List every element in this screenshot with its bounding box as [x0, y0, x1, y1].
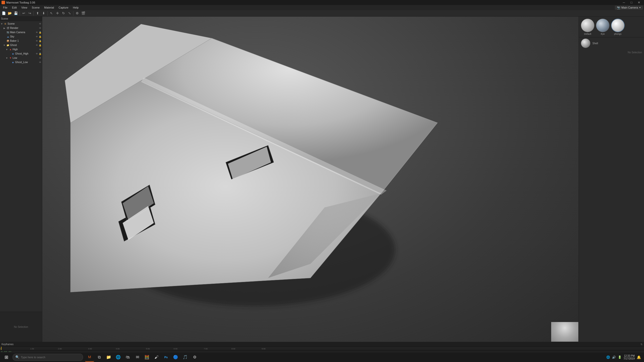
settings-button[interactable]: ⚙ [74, 11, 80, 16]
menu-scene[interactable]: Scene [30, 6, 42, 10]
camera-icon: 📷 [6, 31, 10, 34]
material-default[interactable]: Default [581, 19, 594, 35]
start-button[interactable]: ⊞ [0, 352, 13, 362]
taskbar-app-marmoset[interactable]: M [85, 353, 94, 362]
tree-item-ghost-high[interactable]: ◆ Ghost_High 👁 🔒 [0, 52, 42, 56]
visibility-icon[interactable]: 👁 [35, 44, 38, 47]
lock-icon[interactable]: 🔒 [38, 35, 42, 38]
playhead[interactable] [1, 347, 2, 350]
visibility-icon[interactable]: 👁 [38, 22, 42, 25]
menu-view[interactable]: View [19, 6, 29, 10]
taskbar-app-settings[interactable]: ⚙ [190, 353, 199, 362]
expand-icon [8, 53, 11, 55]
camera-selector[interactable]: 📷 Main Camera ▼ [615, 6, 643, 10]
taskbar-app-explorer[interactable]: 📁 [104, 353, 113, 362]
rotate-button[interactable]: ↻ [61, 11, 66, 16]
ruler-mark-600: 6:00 [174, 348, 178, 350]
sphere-shell[interactable] [581, 38, 590, 48]
lock-icon[interactable]: 🔒 [38, 44, 42, 47]
notification-icon[interactable]: 🔔 [637, 355, 641, 359]
visibility-icon[interactable]: 👁 [38, 48, 42, 51]
tree-item-ghost-low[interactable]: ◆ Ghost_Low 👁 [0, 60, 42, 64]
minimize-button[interactable]: ─ [620, 0, 627, 5]
search-input[interactable] [21, 356, 80, 359]
visibility-icon[interactable]: 👁 [38, 61, 42, 64]
expand-icon: ▼ [6, 57, 8, 59]
visibility-icon[interactable]: 👁 [38, 57, 42, 60]
tree-item-render[interactable]: ▶ 🎬 Render 👁 [0, 26, 42, 30]
save-button[interactable]: 💾 [13, 11, 19, 16]
battery-icon[interactable]: 🔋 [618, 355, 622, 359]
lock-icon[interactable]: 🔒 [38, 31, 42, 34]
volume-icon[interactable]: 🔊 [612, 355, 616, 359]
material-phong[interactable]: phong1 [611, 19, 625, 35]
separator-4 [73, 11, 73, 16]
render-button[interactable]: 🎬 [80, 11, 86, 16]
sphere-eye[interactable] [596, 19, 610, 32]
redo-button[interactable]: ↪ [27, 11, 32, 16]
undo-button[interactable]: ↩ [21, 11, 26, 16]
scale-button[interactable]: ⤡ [67, 11, 72, 16]
menu-edit[interactable]: Edit [10, 6, 19, 10]
viewport[interactable] [42, 17, 579, 342]
timeline-header: Keyframes ⇅ [0, 342, 644, 347]
taskbar: ⊞ 🔍 M ⧉ 📁 🌐 🛍 ✉ 🧮 🖌 Ps [0, 352, 644, 362]
taskbar-app-store[interactable]: 🛍 [123, 353, 132, 362]
visibility-icon[interactable]: 👁 [35, 31, 38, 34]
taskbar-app-mail[interactable]: ✉ [133, 353, 142, 362]
ruler-marks: 0 1:00 2:00 3:00 4:00 5:00 6:00 7:00 8:0… [0, 347, 644, 350]
ghost-high-label: Ghost_High [15, 52, 35, 55]
search-bar[interactable]: 🔍 [13, 354, 83, 361]
menu-capture[interactable]: Capture [57, 6, 70, 10]
material-spheres: Default Eye phong1 [579, 17, 644, 37]
visibility-icon[interactable]: 👁 [35, 52, 38, 55]
visibility-icon[interactable]: 👁 [35, 35, 38, 38]
media-icon: 🎵 [183, 355, 188, 359]
tree-item-low[interactable]: ▼ 🔻 Low 👁 [0, 56, 42, 60]
camera-label: Main Camera [10, 31, 35, 34]
new-button[interactable]: 📄 [1, 11, 7, 16]
menu-material[interactable]: Material [42, 6, 56, 10]
import-button[interactable]: ⬆ [35, 11, 40, 16]
tree-item-scene[interactable]: ▼ ⚙ Scene 👁 [0, 22, 42, 26]
menu-help[interactable]: Help [71, 6, 81, 10]
close-button[interactable]: ✕ [635, 0, 642, 5]
maximize-button[interactable]: □ [628, 0, 635, 5]
network-icon[interactable]: 🌐 [606, 355, 610, 359]
select-button[interactable]: ↖ [49, 11, 54, 16]
left-properties: No Selection [0, 312, 42, 342]
timeline-ruler[interactable]: 0 1:00 2:00 3:00 4:00 5:00 6:00 7:00 8:0… [0, 347, 644, 350]
visibility-icon[interactable]: 👁 [38, 27, 42, 30]
tree-item-high[interactable]: ▼ 🔺 High 👁 [0, 47, 42, 52]
taskbar-app-ps[interactable]: Ps [162, 353, 171, 362]
tree-item-baker[interactable]: 📦 Baker 1 👁 🔒 [0, 39, 42, 43]
taskbar-app-edge[interactable]: 🌐 [114, 353, 123, 362]
lock-icon[interactable]: 🔒 [38, 52, 42, 55]
sphere-phong[interactable] [611, 19, 625, 32]
ghost-label: Ghost [10, 44, 35, 47]
shell-section: Shell [579, 37, 644, 49]
taskbar-time[interactable]: 12:33 PM 7/17/2019 [624, 354, 635, 360]
open-button[interactable]: 📂 [7, 11, 13, 16]
taskbar-app-paint[interactable]: 🖌 [152, 353, 161, 362]
scene-label: Scene [8, 22, 38, 25]
lock-icon[interactable]: 🔒 [38, 39, 42, 42]
timeline-resize-icon[interactable]: ⇅ [640, 343, 642, 346]
taskbar-app-calc[interactable]: 🧮 [142, 353, 151, 362]
taskbar-app-media[interactable]: 🎵 [181, 353, 190, 362]
visibility-icon[interactable]: 👁 [35, 39, 38, 42]
export-button[interactable]: ⬇ [41, 11, 46, 16]
viewport-3d[interactable] [42, 17, 579, 342]
taskbar-app-taskview[interactable]: ⧉ [95, 353, 104, 362]
taskbar-system: 🌐 🔊 🔋 12:33 PM 7/17/2019 🔔 [606, 354, 644, 360]
tree-item-camera[interactable]: 📷 Main Camera 👁 🔒 [0, 30, 42, 34]
tree-item-ghost[interactable]: ▼ 📁 Ghost 👁 🔒 [0, 43, 42, 47]
sphere-default[interactable] [581, 19, 594, 32]
render-actions: 👁 [38, 27, 42, 30]
tree-item-sky[interactable]: ☁ Sky 👁 🔒 [0, 34, 42, 39]
material-eye[interactable]: Eye [596, 19, 610, 35]
move-button[interactable]: ✛ [55, 11, 60, 16]
expand-icon: ▶ [3, 27, 6, 29]
taskbar-app-chrome[interactable]: 🔵 [171, 353, 180, 362]
menu-file[interactable]: File [1, 6, 10, 10]
